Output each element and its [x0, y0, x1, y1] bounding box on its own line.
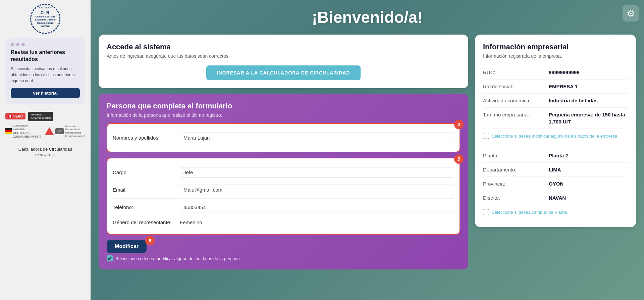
gear-button[interactable]: ⚙	[623, 5, 639, 21]
tamano-value: Pequeña empresa: de 150 hasta 1,700 UIT	[549, 111, 628, 125]
genero-label: Género del representante:	[113, 219, 180, 225]
cooperacion-text: cooperaciónalemanaDEUTSCHE ZUSAMMENARBEI…	[13, 124, 44, 138]
german-flag-icon	[5, 128, 12, 134]
giz-triangle-icon	[45, 127, 54, 135]
actividad-key: Actividad económica:	[483, 97, 543, 104]
persona-form-subtitle: Información de la persona que realizó el…	[107, 112, 460, 118]
left-column: Accede al sistema Antes de ingresar, ase…	[99, 35, 468, 300]
footer-title: Calculadora de Circularidad	[18, 147, 72, 152]
ruc-row: RUC: 99999999999	[483, 65, 628, 80]
telefono-label: Teléfono:	[113, 204, 180, 210]
email-input[interactable]	[180, 185, 454, 195]
tamano-key: Tamaño empresarial:	[483, 111, 543, 125]
planta-key: Planta:	[483, 152, 543, 159]
page-header: ¡Bienvenido/a!	[99, 8, 636, 27]
main-content: ¡Bienvenido/a! Accede al sistema Antes d…	[91, 0, 644, 300]
empresa-title: Información empresarial	[483, 43, 628, 51]
footer-sub: Perú – 2023	[18, 153, 72, 157]
empresa-checkbox-label-1[interactable]: Seleccione si desea modificar alguno de …	[492, 134, 617, 139]
empresa-checkbox-label-2[interactable]: Seleccione si desea cambiar de Planta	[492, 210, 567, 215]
telefono-input[interactable]	[180, 202, 454, 212]
provincia-value: OYON	[549, 180, 564, 187]
logo-cir-text: CIR	[41, 10, 50, 15]
nombres-group: 4 Nombres y apellidos:	[107, 123, 460, 152]
cargo-label: Cargo:	[113, 169, 180, 175]
razon-key: Razón social:	[483, 83, 543, 90]
ruc-key: RUC:	[483, 69, 543, 76]
empresa-checkbox-row-2: Seleccione si desea cambiar de Planta	[483, 205, 628, 219]
persona-form-card: Persona que completa el formulario Infor…	[99, 94, 468, 269]
divider	[483, 146, 628, 146]
review-card: Revisa tus anteriores resultados Si nece…	[5, 38, 85, 104]
telefono-row: Teléfono:	[113, 199, 454, 216]
logo-coalition: Coalición por unaEconomía CircularManufa…	[35, 15, 56, 27]
empresa-card: Información empresarial Información regi…	[475, 35, 636, 227]
persona-checkbox[interactable]	[107, 255, 113, 261]
provincia-row: Provincia: OYON	[483, 177, 628, 191]
gear-icon: ⚙	[627, 8, 635, 19]
cargo-row: Cargo:	[113, 164, 454, 181]
persona-checkbox-label[interactable]: Seleccione si desea modificar alguno de …	[115, 256, 240, 261]
email-row: Email:	[113, 181, 454, 199]
peru-text: PERÚ	[13, 114, 23, 118]
ruc-value: 99999999999	[549, 69, 580, 76]
logo-row-peru: 🇵🇪 PERÚ Ministeriode la Producción	[5, 112, 85, 121]
planta-value: Planta 2	[549, 152, 568, 159]
page-title: ¡Bienvenido/a!	[99, 8, 636, 27]
planta-row: Planta: Planta 2	[483, 149, 628, 163]
distrito-key: Distrito:	[483, 194, 543, 201]
departamento-key: Departamento:	[483, 166, 543, 173]
content-columns: Accede al sistema Antes de ingresar, ase…	[99, 35, 636, 300]
distrito-value: NAVAN	[549, 194, 566, 201]
persona-form-title: Persona que completa el formulario	[107, 102, 460, 110]
empresa-subtitle: Información registrada de la empresa.	[483, 53, 628, 59]
empresa-checkbox-row-1: Seleccione si desea modificar alguno de …	[483, 129, 628, 143]
giz-logo: giz	[55, 128, 64, 134]
genero-row: Género del representante: Femenino	[113, 216, 454, 229]
sidebar: EMPRESA CIR Coalición por unaEconomía Ci…	[0, 0, 91, 300]
giz-desc: DeutscheGesellschaftInternationaleZusamm…	[65, 125, 85, 138]
actividad-row: Actividad económica: Industria de bebida…	[483, 94, 628, 108]
review-card-title: Revisa tus anteriores resultados	[11, 49, 80, 63]
tamano-row: Tamaño empresarial: Pequeña empresa: de …	[483, 108, 628, 129]
nombres-input[interactable]	[180, 133, 454, 143]
peru-logo: 🇵🇪 PERÚ	[5, 113, 25, 119]
badge-5: 5	[454, 154, 464, 164]
form-actions: Modificar 6	[107, 240, 460, 253]
sidebar-footer: Calculadora de Circularidad Perú – 2023	[18, 147, 72, 157]
distrito-row: Distrito: NAVAN	[483, 191, 628, 205]
partner-logos: 🇵🇪 PERÚ Ministeriode la Producción coope…	[5, 112, 85, 139]
empresa-checkbox-2[interactable]	[483, 209, 489, 215]
logo-empresa-text: EMPRESA	[39, 7, 52, 9]
departamento-row: Departamento: LIMA	[483, 163, 628, 177]
logo-row-coop: cooperaciónalemanaDEUTSCHE ZUSAMMENARBEI…	[5, 124, 85, 138]
genero-value: Femenino	[180, 219, 454, 225]
access-card-subtitle: Antes de ingresar, asegúrate que tus dat…	[107, 53, 460, 59]
actividad-value: Industria de bebidas	[549, 97, 598, 104]
razon-row: Razón social: EMPRESA 1	[483, 80, 628, 94]
nombres-row: Nombres y apellidos:	[113, 129, 454, 146]
nombres-label: Nombres y apellidos:	[113, 135, 180, 141]
ministerio-logo: Ministeriode la Producción	[28, 112, 54, 121]
cargo-input[interactable]	[180, 167, 454, 178]
other-fields-group: 5 Cargo: Email: Teléfono: Género del	[107, 158, 460, 235]
badge-6: 6	[145, 236, 155, 245]
access-card: Accede al sistema Antes de ingresar, ase…	[99, 35, 468, 88]
empresa-checkbox-1[interactable]	[483, 133, 489, 139]
ver-historial-button[interactable]: Ver historial	[11, 88, 80, 98]
logo-circle: EMPRESA CIR Coalición por unaEconomía Ci…	[30, 4, 60, 34]
review-card-text: Si necesitas revisar los resultados obte…	[11, 66, 80, 84]
logo-container: EMPRESA CIR Coalición por unaEconomía Ci…	[25, 5, 65, 32]
right-column: Información empresarial Información regi…	[475, 35, 636, 300]
email-label: Email:	[113, 187, 180, 193]
calculadora-button[interactable]: INGRESAR A LA CALCULADORA DE CIRCULARIDA…	[206, 65, 361, 80]
departamento-value: LIMA	[549, 166, 561, 173]
peru-flag-icon: 🇵🇪	[8, 114, 12, 118]
persona-checkbox-row: Seleccione si desea modificar alguno de …	[107, 255, 460, 261]
provincia-key: Provincia:	[483, 180, 543, 187]
decor-dots	[11, 43, 80, 46]
razon-value: EMPRESA 1	[549, 83, 578, 90]
modificar-button[interactable]: Modificar 6	[107, 240, 147, 253]
badge-4: 4	[454, 120, 464, 129]
access-card-title: Accede al sistema	[107, 43, 460, 51]
